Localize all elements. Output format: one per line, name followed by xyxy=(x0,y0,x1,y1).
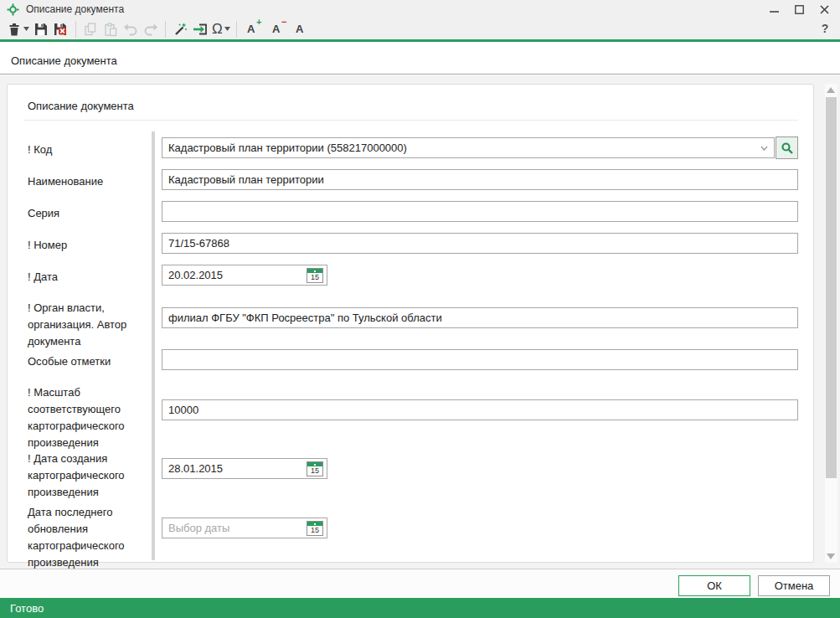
field-control-special-notes xyxy=(162,349,798,370)
paste-button[interactable] xyxy=(100,19,121,39)
calendar-button[interactable]: 15 xyxy=(307,268,323,283)
window-controls xyxy=(761,0,837,18)
magic-wand-icon xyxy=(173,22,188,37)
font-default-icon: A xyxy=(296,23,303,34)
maximize-icon xyxy=(795,5,804,14)
content-area: Описание документа ! КодКадастровый план… xyxy=(0,75,840,569)
close-icon xyxy=(820,5,829,14)
geo-point-icon xyxy=(7,3,19,16)
calendar-icon xyxy=(307,462,322,466)
authority-input[interactable]: филиал ФГБУ "ФКП Росреестра" по Тульской… xyxy=(162,307,798,328)
toolbar: Ω A+ A− A xyxy=(0,18,840,42)
field-control-map-scale: 10000 xyxy=(162,399,798,420)
minimize-icon xyxy=(770,5,779,14)
toolbar-separator xyxy=(165,21,166,38)
field-control-map-creation-date: 28.01.201515 xyxy=(162,458,327,479)
calendar-button[interactable]: 15 xyxy=(307,461,323,476)
field-control-map-update-date: Выбор даты15 xyxy=(162,518,327,538)
import-button[interactable] xyxy=(190,19,210,39)
save-and-close-button[interactable] xyxy=(51,19,71,39)
chevron-down-icon xyxy=(23,27,29,31)
ok-button[interactable]: ОК xyxy=(678,575,750,596)
field-label-map-scale: ! Масштаб соответствующего картографичес… xyxy=(28,384,153,451)
app-window: Описание документа xyxy=(0,0,840,618)
field-control-number: 71/15-67868 xyxy=(162,233,798,254)
help-button[interactable]: ? xyxy=(817,20,833,37)
field-label-number: ! Номер xyxy=(28,237,153,254)
series-input[interactable] xyxy=(162,201,798,222)
special-notes-input[interactable] xyxy=(162,349,798,370)
copy-icon xyxy=(83,22,98,37)
number-input[interactable]: 71/15-67868 xyxy=(162,233,798,254)
maximize-button[interactable] xyxy=(786,0,812,18)
import-icon xyxy=(192,22,209,37)
paste-icon xyxy=(103,22,118,37)
scrollbar-thumb[interactable] xyxy=(826,97,837,478)
font-decrease-icon: A− xyxy=(272,23,280,34)
dialog-footer: ОК Отмена xyxy=(0,569,840,598)
delete-button[interactable] xyxy=(5,19,31,39)
undo-button[interactable] xyxy=(121,19,141,39)
font-increase-button[interactable]: A+ xyxy=(241,19,261,39)
magic-wand-button[interactable] xyxy=(170,19,190,39)
field-control-authority: филиал ФГБУ "ФКП Росреестра" по Тульской… xyxy=(162,307,798,328)
minimize-button[interactable] xyxy=(761,0,786,18)
trash-icon xyxy=(7,22,22,37)
map-update-date-input[interactable]: Выбор даты15 xyxy=(162,518,327,538)
toolbar-separator xyxy=(75,21,76,38)
document-description-panel: Описание документа ! КодКадастровый план… xyxy=(7,84,814,563)
field-label-series: Серия xyxy=(28,205,153,222)
scroll-down-icon[interactable] xyxy=(827,554,835,559)
omega-icon: Ω xyxy=(212,22,223,36)
symbol-button[interactable]: Ω xyxy=(210,19,232,39)
calendar-icon xyxy=(307,269,322,273)
window-title: Описание документа xyxy=(26,3,124,15)
tab-strip: Описание документа xyxy=(0,44,840,75)
code-combobox[interactable]: Кадастровый план территории (55821700000… xyxy=(162,137,775,158)
save-close-icon xyxy=(53,22,70,37)
status-text: Готово xyxy=(10,602,44,615)
toolbar-separator xyxy=(236,21,237,38)
scroll-up-icon[interactable] xyxy=(827,87,835,93)
field-control-date: 20.02.201515 xyxy=(162,265,327,286)
code-search-button[interactable] xyxy=(776,136,798,159)
map-scale-input[interactable]: 10000 xyxy=(162,399,798,420)
vertical-scrollbar[interactable] xyxy=(825,84,837,563)
field-label-date: ! Дата xyxy=(28,269,153,286)
field-control-series xyxy=(162,201,798,222)
close-button[interactable] xyxy=(812,0,837,18)
field-label-title: Наименование xyxy=(28,173,153,190)
field-label-code: ! Код xyxy=(28,142,153,158)
save-button[interactable] xyxy=(31,19,51,39)
undo-icon xyxy=(123,22,138,37)
map-creation-date-input[interactable]: 28.01.201515 xyxy=(162,458,327,479)
title-input[interactable]: Кадастровый план территории xyxy=(162,169,798,190)
calendar-icon xyxy=(307,522,322,526)
font-increase-icon: A+ xyxy=(247,23,255,34)
search-icon xyxy=(781,142,794,155)
field-label-map-update-date: Дата последнего обновления картографичес… xyxy=(28,504,153,571)
field-label-special-notes: Особые отметки xyxy=(28,353,153,370)
field-control-code: Кадастровый план территории (55821700000… xyxy=(162,137,798,159)
field-control-title: Кадастровый план территории xyxy=(162,169,798,190)
calendar-button[interactable]: 15 xyxy=(307,521,323,536)
redo-icon xyxy=(143,22,158,37)
redo-button[interactable] xyxy=(141,19,161,39)
tab-document-description[interactable]: Описание документа xyxy=(11,54,117,67)
cancel-button[interactable]: Отмена xyxy=(758,575,830,596)
save-icon xyxy=(33,22,49,37)
chevron-down-icon xyxy=(224,27,230,31)
date-input[interactable]: 20.02.201515 xyxy=(162,265,327,286)
panel-title: Описание документа xyxy=(28,100,134,112)
status-bar: Готово xyxy=(0,598,840,618)
title-bar: Описание документа xyxy=(0,0,840,18)
panel-title-divider xyxy=(24,120,798,121)
chevron-down-icon xyxy=(760,146,768,151)
font-decrease-button[interactable]: A− xyxy=(266,19,286,39)
field-label-authority: ! Орган власти, организация. Автор докум… xyxy=(28,300,153,350)
font-default-button[interactable]: A xyxy=(290,19,310,39)
field-label-map-creation-date: ! Дата создания картографического произв… xyxy=(28,451,153,501)
copy-button[interactable] xyxy=(80,19,100,39)
